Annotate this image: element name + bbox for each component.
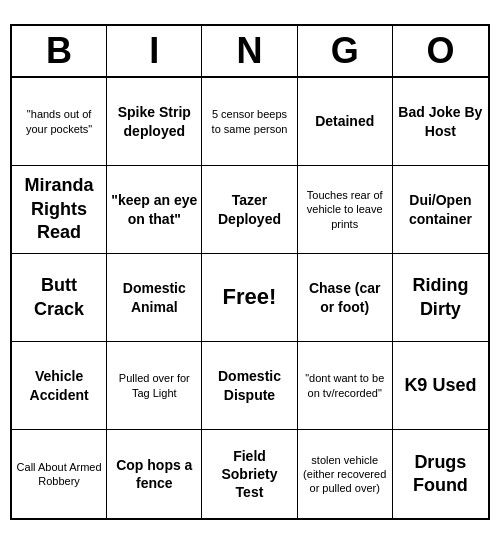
- bingo-cell-13: Chase (car or foot): [298, 254, 393, 342]
- bingo-cell-1: Spike Strip deployed: [107, 78, 202, 166]
- bingo-cell-11: Domestic Animal: [107, 254, 202, 342]
- bingo-cell-17: Domestic Dispute: [202, 342, 297, 430]
- bingo-cell-0: "hands out of your pockets": [12, 78, 107, 166]
- bingo-letter-i: I: [107, 26, 202, 76]
- bingo-cell-12: Free!: [202, 254, 297, 342]
- bingo-cell-19: K9 Used: [393, 342, 488, 430]
- bingo-cell-4: Bad Joke By Host: [393, 78, 488, 166]
- bingo-card: BINGO "hands out of your pockets"Spike S…: [10, 24, 490, 520]
- bingo-grid: "hands out of your pockets"Spike Strip d…: [12, 78, 488, 518]
- bingo-cell-3: Detained: [298, 78, 393, 166]
- bingo-cell-10: Butt Crack: [12, 254, 107, 342]
- bingo-cell-18: "dont want to be on tv/recorded": [298, 342, 393, 430]
- bingo-cell-7: Tazer Deployed: [202, 166, 297, 254]
- bingo-cell-15: Vehicle Accident: [12, 342, 107, 430]
- bingo-cell-9: Dui/Open container: [393, 166, 488, 254]
- bingo-cell-14: Riding Dirty: [393, 254, 488, 342]
- bingo-letter-b: B: [12, 26, 107, 76]
- bingo-cell-16: Pulled over for Tag Light: [107, 342, 202, 430]
- bingo-cell-6: "keep an eye on that": [107, 166, 202, 254]
- bingo-letter-g: G: [298, 26, 393, 76]
- bingo-header: BINGO: [12, 26, 488, 78]
- bingo-cell-21: Cop hops a fence: [107, 430, 202, 518]
- bingo-letter-n: N: [202, 26, 297, 76]
- bingo-cell-2: 5 censor beeps to same person: [202, 78, 297, 166]
- bingo-cell-8: Touches rear of vehicle to leave prints: [298, 166, 393, 254]
- bingo-cell-5: Miranda Rights Read: [12, 166, 107, 254]
- bingo-cell-23: stolen vehicle (either recovered or pull…: [298, 430, 393, 518]
- bingo-cell-20: Call About Armed Robbery: [12, 430, 107, 518]
- bingo-cell-22: Field Sobriety Test: [202, 430, 297, 518]
- bingo-letter-o: O: [393, 26, 488, 76]
- bingo-cell-24: Drugs Found: [393, 430, 488, 518]
